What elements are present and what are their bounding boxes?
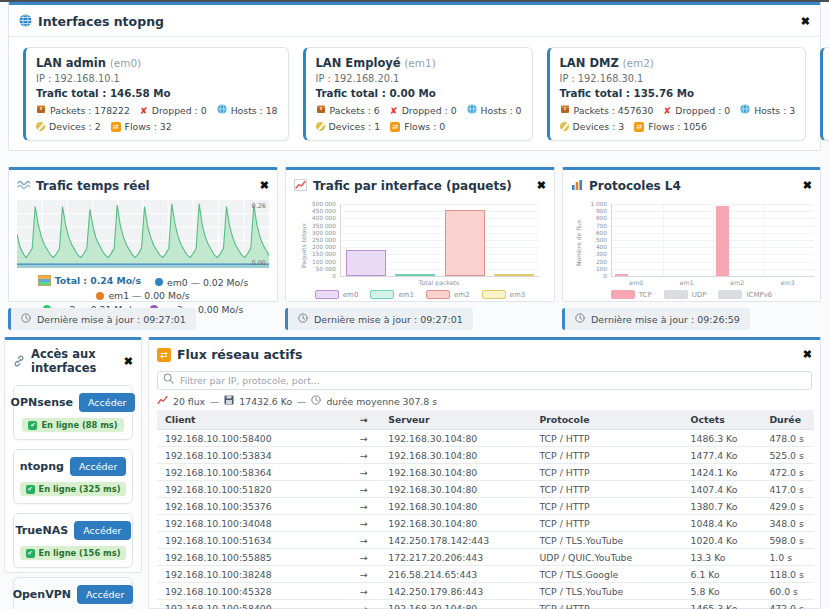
device-icon <box>316 122 325 131</box>
close-icon[interactable]: ✖ <box>124 356 133 367</box>
devices-stat: Devices : 3 <box>560 121 625 132</box>
flow-arrow: → <box>348 447 381 464</box>
legend-item: em3 <box>482 290 526 299</box>
flow-bytes: 1477.4 Ko <box>683 447 762 464</box>
dropped-stat: ✘Dropped : 0 <box>663 105 730 116</box>
dropped-stat: ✘Dropped : 0 <box>140 105 207 116</box>
flow-duration: 348.0 s <box>761 515 814 532</box>
table-row: 192.168.10.100:58364→192.168.30.104:80TC… <box>157 464 814 481</box>
x-axis-label: Total packets <box>340 279 538 286</box>
check-icon: ✔ <box>26 549 35 558</box>
flow-total-size: 17432.6 Ko <box>239 396 292 407</box>
last-update-text: Dernière mise à jour : 09:27:01 <box>314 314 463 325</box>
legend-item: em1 — 0.00 Mo/s <box>96 289 189 302</box>
flow-arrow: → <box>348 549 381 566</box>
flow-protocol: TCP / HTTP <box>531 447 682 464</box>
flow-bytes: 6.1 Ko <box>683 566 762 583</box>
column-header: Durée <box>761 410 814 430</box>
globe-icon <box>19 12 32 31</box>
flow-server: 192.168.30.104:80 <box>380 430 531 447</box>
realtime-area-chart: 0.260.00 <box>17 200 269 272</box>
flow-client: 192.168.10.100:35376 <box>157 498 348 515</box>
close-icon[interactable]: ✖ <box>803 180 812 191</box>
service-name: OpenVPN <box>13 588 71 601</box>
flow-arrow: → <box>348 600 381 609</box>
flow-bytes: 1465.3 Ko <box>683 600 762 609</box>
hosts-globe-icon <box>740 104 750 116</box>
interface-card: LAN admin (em0)IP : 192.168.10.1Trafic t… <box>23 47 289 141</box>
packets-stat: Packets : 6 <box>316 104 380 116</box>
close-icon[interactable]: ✖ <box>260 180 269 191</box>
column-header: Protocole <box>531 410 682 430</box>
close-icon[interactable]: ✖ <box>537 180 546 191</box>
legend-label: em1 — 0.00 Mo/s <box>108 289 189 302</box>
flow-server: 192.168.30.104:80 <box>380 447 531 464</box>
flow-server: 172.217.20.206:443 <box>380 549 531 566</box>
flow-protocol: TCP / HTTP <box>531 464 682 481</box>
link-icon <box>13 352 25 371</box>
flow-client: 192.168.10.100:58364 <box>157 464 348 481</box>
flow-avg-duration: durée moyenne 307.8 s <box>326 396 437 407</box>
flows-icon: ⇄ <box>111 122 121 132</box>
svg-text:0.26: 0.26 <box>252 202 266 210</box>
access-button[interactable]: Accéder <box>79 393 135 412</box>
flow-server: 192.168.30.104:80 <box>380 515 531 532</box>
disk-icon <box>224 395 234 407</box>
flow-arrow: → <box>348 566 381 583</box>
flow-protocol: TCP / HTTP <box>531 515 682 532</box>
separator: — <box>210 396 219 407</box>
access-button[interactable]: Accéder <box>77 585 133 604</box>
packets-stat: Packets : 178222 <box>36 104 130 116</box>
bar-em0 <box>346 250 386 276</box>
last-update-badge: Dernière mise à jour : 09:27:01 <box>8 308 196 330</box>
flow-client: 192.168.10.100:38248 <box>157 566 348 583</box>
dropped-x-icon: ✘ <box>663 105 671 116</box>
flow-protocol: TCP / HTTP <box>531 600 682 609</box>
clock-icon <box>311 395 321 407</box>
clock-icon <box>21 313 31 325</box>
devices-stat: Devices : 2 <box>36 121 101 132</box>
legend-item: em0 — 0.02 Mo/s <box>155 276 248 289</box>
flow-filter-input[interactable] <box>157 371 812 390</box>
legend-item: UDP <box>664 290 707 299</box>
flow-duration: 598.0 s <box>761 532 814 549</box>
flow-bytes: 1424.1 Ko <box>683 464 762 481</box>
flow-arrow: → <box>348 464 381 481</box>
flow-client: 192.168.10.100:45328 <box>157 583 348 600</box>
flow-protocol: TCP / TLS.Google <box>531 566 682 583</box>
close-icon[interactable]: ✖ <box>801 16 810 27</box>
close-icon[interactable]: ✖ <box>803 349 812 360</box>
table-row: 192.168.10.100:38248→216.58.214.65:443TC… <box>157 566 814 583</box>
service-name: ntopng <box>20 460 64 473</box>
last-update-text: Dernière mise à jour : 09:27:01 <box>37 314 186 325</box>
package-icon <box>560 104 570 116</box>
flow-bytes: 1380.7 Ko <box>683 498 762 515</box>
legend-label: Total : 0.24 Mo/s <box>55 274 141 287</box>
chart-legend: TCPUDPICMPv6 <box>571 290 812 301</box>
line-chart-icon <box>294 176 307 195</box>
status-badge: ✔En ligne (88 ms) <box>22 418 123 432</box>
hosts-stat: Hosts : 0 <box>467 104 522 116</box>
bar-em2-TCP <box>716 206 729 276</box>
page-title: Interfaces ntopng <box>38 14 164 29</box>
flow-protocol: TCP / HTTP <box>531 481 682 498</box>
clock-icon <box>298 313 308 325</box>
flow-client: 192.168.10.100:53834 <box>157 447 348 464</box>
flows-table-header: Client→ServeurProtocoleOctetsDurée <box>157 410 814 430</box>
bar-em3 <box>494 274 534 276</box>
flows-icon: ⇄ <box>634 122 644 132</box>
access-button[interactable]: Accéder <box>74 521 130 540</box>
devices-stat: Devices : 1 <box>316 121 381 132</box>
panel-title: Trafic par interface (paquets) <box>313 179 512 193</box>
access-button[interactable]: Accéder <box>70 457 126 476</box>
flow-duration: 478.0 s <box>761 430 814 447</box>
legend-dot <box>155 278 163 286</box>
hosts-globe-icon <box>217 104 227 116</box>
flow-duration: 525.0 s <box>761 447 814 464</box>
dropped-x-icon: ✘ <box>390 105 398 116</box>
table-row: 192.168.10.100:55885→172.217.20.206:443U… <box>157 549 814 566</box>
clock-icon <box>575 313 585 325</box>
flow-duration: 118.0 s <box>761 566 814 583</box>
flow-duration: 472.0 s <box>761 600 814 609</box>
hosts-stat: Hosts : 18 <box>217 104 278 116</box>
